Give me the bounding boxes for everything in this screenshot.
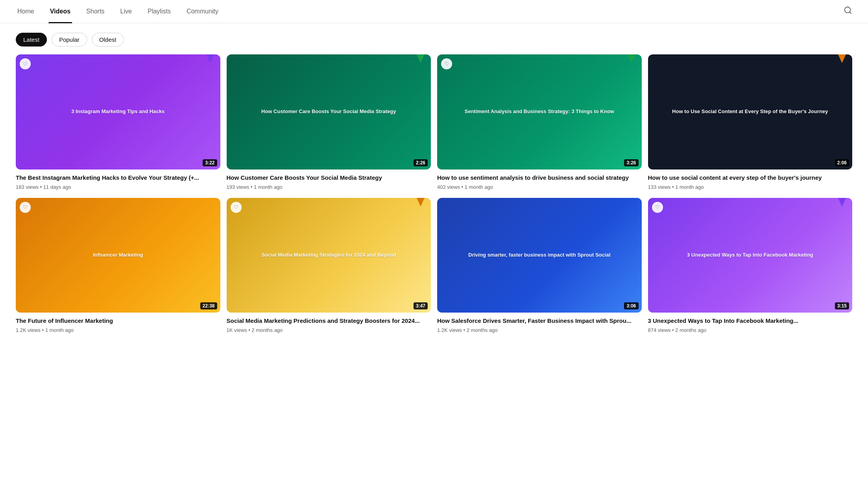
thumb-text: Sentiment Analysis and Business Strategy… (460, 104, 619, 120)
video-title: How to use social content at every step … (648, 173, 853, 182)
video-meta: 1K views • 2 months ago (227, 327, 431, 333)
thumbnail: Influencer Marketing ♡ 22:38 (16, 198, 220, 313)
nav-item-shorts[interactable]: Shorts (85, 0, 106, 23)
video-info: How to use sentiment analysis to drive b… (437, 169, 642, 190)
video-grid: 3 Instagram Marketing Tips and Hacks ♡ 3… (0, 54, 868, 349)
thumbnail-bg: How Customer Care Boosts Your Social Med… (227, 54, 431, 169)
video-title: The Future of Influencer Marketing (16, 317, 220, 325)
nav-item-videos[interactable]: Videos (48, 0, 72, 23)
video-meta: 1.2K views • 1 month ago (16, 327, 220, 333)
thumbnail: Driving smarter, faster business impact … (437, 198, 642, 313)
video-info: How Customer Care Boosts Your Social Med… (227, 169, 431, 190)
nav-item-community[interactable]: Community (185, 0, 220, 23)
video-info: Social Media Marketing Predictions and S… (227, 313, 431, 333)
search-icon[interactable] (844, 6, 852, 17)
thumbnail-bg: Influencer Marketing (16, 198, 220, 313)
video-info: The Best Instagram Marketing Hacks to Ev… (16, 169, 220, 190)
video-meta: 183 views • 11 days ago (16, 184, 220, 190)
video-meta: 133 views • 1 month ago (648, 184, 853, 190)
thumbnail: 3 Unexpected Ways to Tap Into Facebook M… (648, 198, 853, 313)
thumb-text: 3 Instagram Marketing Tips and Hacks (67, 104, 170, 120)
duration-badge: 2:26 (414, 159, 428, 166)
video-card-v2[interactable]: How Customer Care Boosts Your Social Med… (227, 54, 431, 190)
video-info: How to use social content at every step … (648, 169, 853, 190)
thumbnail-bg: 3 Instagram Marketing Tips and Hacks (16, 54, 220, 169)
video-meta: 193 views • 1 month ago (227, 184, 431, 190)
filter-btn-oldest[interactable]: Oldest (92, 33, 124, 47)
thumbnail: How to Use Social Content at Every Step … (648, 54, 853, 169)
video-info: The Future of Influencer Marketing 1.2K … (16, 313, 220, 333)
duration-badge: 3:15 (835, 302, 849, 309)
heart-icon[interactable]: ♡ (20, 58, 31, 69)
heart-icon[interactable]: ♡ (652, 202, 663, 213)
video-meta: 874 views • 2 months ago (648, 327, 853, 333)
thumbnail-bg: How to Use Social Content at Every Step … (648, 54, 853, 169)
bookmark-icon (838, 54, 846, 63)
channel-nav: HomeVideosShortsLivePlaylistsCommunity (0, 0, 868, 23)
video-info: 3 Unexpected Ways to Tap Into Facebook M… (648, 313, 853, 333)
duration-badge: 3:06 (624, 302, 638, 309)
thumbnail: Social Media Marketing Strategies for 20… (227, 198, 431, 313)
heart-icon[interactable]: ♡ (441, 58, 452, 69)
bookmark-icon (628, 54, 635, 63)
video-card-v5[interactable]: Influencer Marketing ♡ 22:38 The Future … (16, 198, 220, 333)
nav-item-home[interactable]: Home (16, 0, 36, 23)
filter-row: LatestPopularOldest (0, 23, 868, 54)
video-title: 3 Unexpected Ways to Tap Into Facebook M… (648, 317, 853, 325)
thumb-text: How Customer Care Boosts Your Social Med… (257, 104, 401, 120)
video-title: How Customer Care Boosts Your Social Med… (227, 173, 431, 182)
thumb-text: Social Media Marketing Strategies for 20… (257, 247, 401, 263)
filter-btn-popular[interactable]: Popular (52, 33, 87, 47)
thumb-text: Driving smarter, faster business impact … (464, 247, 615, 263)
filter-btn-latest[interactable]: Latest (16, 33, 47, 47)
bookmark-icon (838, 198, 846, 207)
thumbnail-bg: Social Media Marketing Strategies for 20… (227, 198, 431, 313)
thumbnail: How Customer Care Boosts Your Social Med… (227, 54, 431, 169)
video-card-v8[interactable]: 3 Unexpected Ways to Tap Into Facebook M… (648, 198, 853, 333)
video-title: The Best Instagram Marketing Hacks to Ev… (16, 173, 220, 182)
duration-badge: 3:26 (624, 159, 638, 166)
thumbnail-bg: 3 Unexpected Ways to Tap Into Facebook M… (648, 198, 853, 313)
video-card-v1[interactable]: 3 Instagram Marketing Tips and Hacks ♡ 3… (16, 54, 220, 190)
nav-item-playlists[interactable]: Playlists (146, 0, 172, 23)
duration-badge: 22:38 (200, 302, 217, 309)
video-meta: 1.2K views • 2 months ago (437, 327, 642, 333)
video-title: How Salesforce Drives Smarter, Faster Bu… (437, 317, 642, 325)
video-title: Social Media Marketing Predictions and S… (227, 317, 431, 325)
duration-badge: 3:47 (414, 302, 428, 309)
bookmark-icon (417, 198, 425, 207)
thumb-text: 3 Unexpected Ways to Tap Into Facebook M… (682, 247, 818, 263)
video-info: How Salesforce Drives Smarter, Faster Bu… (437, 313, 642, 333)
video-card-v4[interactable]: How to Use Social Content at Every Step … (648, 54, 853, 190)
thumbnail-bg: Sentiment Analysis and Business Strategy… (437, 54, 642, 169)
video-meta: 402 views • 1 month ago (437, 184, 642, 190)
video-title: How to use sentiment analysis to drive b… (437, 173, 642, 182)
nav-item-live[interactable]: Live (119, 0, 133, 23)
video-card-v6[interactable]: Social Media Marketing Strategies for 20… (227, 198, 431, 333)
video-card-v3[interactable]: Sentiment Analysis and Business Strategy… (437, 54, 642, 190)
duration-badge: 2:06 (835, 159, 849, 166)
thumb-text: How to Use Social Content at Every Step … (667, 104, 833, 120)
heart-icon[interactable]: ♡ (231, 202, 242, 213)
svg-line-1 (849, 12, 851, 13)
thumbnail: 3 Instagram Marketing Tips and Hacks ♡ 3… (16, 54, 220, 169)
video-card-v7[interactable]: Driving smarter, faster business impact … (437, 198, 642, 333)
thumbnail-bg: Driving smarter, faster business impact … (437, 198, 642, 313)
bookmark-icon (206, 54, 214, 63)
heart-icon[interactable]: ♡ (20, 202, 31, 213)
thumb-text: Influencer Marketing (88, 247, 148, 263)
bookmark-icon (417, 54, 425, 63)
thumbnail: Sentiment Analysis and Business Strategy… (437, 54, 642, 169)
duration-badge: 3:22 (203, 159, 217, 166)
